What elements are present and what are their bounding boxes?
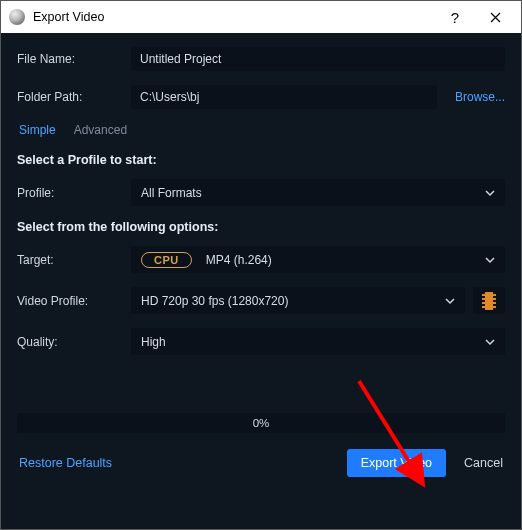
tab-simple[interactable]: Simple — [19, 123, 56, 139]
tabs: Simple Advanced — [19, 123, 505, 139]
film-strip-icon — [482, 292, 496, 310]
file-name-label: File Name: — [17, 52, 131, 66]
help-button[interactable]: ? — [435, 1, 475, 33]
target-label: Target: — [17, 253, 131, 267]
profile-value: All Formats — [141, 186, 202, 200]
restore-defaults-link[interactable]: Restore Defaults — [19, 456, 112, 470]
video-profile-select[interactable]: HD 720p 30 fps (1280x720) — [131, 287, 465, 314]
tab-advanced[interactable]: Advanced — [74, 123, 127, 139]
file-name-row: File Name: Untitled Project — [17, 47, 505, 71]
progress-text: 0% — [253, 417, 270, 429]
profile-label: Profile: — [17, 186, 131, 200]
quality-select[interactable]: High — [131, 328, 505, 355]
footer: Restore Defaults Export Video Cancel — [17, 449, 505, 477]
options-section-heading: Select from the following options: — [17, 220, 505, 234]
titlebar: Export Video ? — [1, 1, 521, 33]
quality-row: Quality: High — [17, 328, 505, 355]
chevron-down-icon — [485, 188, 495, 198]
chevron-down-icon — [485, 337, 495, 347]
quality-label: Quality: — [17, 335, 131, 349]
folder-path-input[interactable]: C:\Users\bj — [131, 85, 437, 109]
target-select[interactable]: CPU MP4 (h.264) — [131, 246, 505, 273]
chevron-down-icon — [445, 296, 455, 306]
profile-row: Profile: All Formats — [17, 179, 505, 206]
folder-path-label: Folder Path: — [17, 90, 131, 104]
close-icon — [490, 12, 501, 23]
profile-select[interactable]: All Formats — [131, 179, 505, 206]
app-icon — [9, 9, 25, 25]
folder-path-value: C:\Users\bj — [140, 90, 199, 104]
video-profile-row: Video Profile: HD 720p 30 fps (1280x720) — [17, 287, 505, 314]
video-profile-preview-button[interactable] — [473, 287, 505, 314]
target-value: MP4 (h.264) — [206, 253, 272, 267]
chevron-down-icon — [485, 255, 495, 265]
video-profile-label: Video Profile: — [17, 294, 131, 308]
close-button[interactable] — [475, 1, 515, 33]
progress-bar: 0% — [17, 413, 505, 433]
cpu-badge: CPU — [141, 252, 192, 268]
video-profile-value: HD 720p 30 fps (1280x720) — [141, 294, 288, 308]
browse-link[interactable]: Browse... — [455, 90, 505, 104]
file-name-value: Untitled Project — [140, 52, 221, 66]
folder-path-row: Folder Path: C:\Users\bj Browse... — [17, 85, 505, 109]
cancel-button[interactable]: Cancel — [464, 456, 503, 470]
target-row: Target: CPU MP4 (h.264) — [17, 246, 505, 273]
quality-value: High — [141, 335, 166, 349]
window-title: Export Video — [33, 10, 104, 24]
file-name-input[interactable]: Untitled Project — [131, 47, 505, 71]
export-video-button[interactable]: Export Video — [347, 449, 446, 477]
profile-section-heading: Select a Profile to start: — [17, 153, 505, 167]
export-video-dialog: Export Video ? File Name: Untitled Proje… — [0, 0, 522, 530]
